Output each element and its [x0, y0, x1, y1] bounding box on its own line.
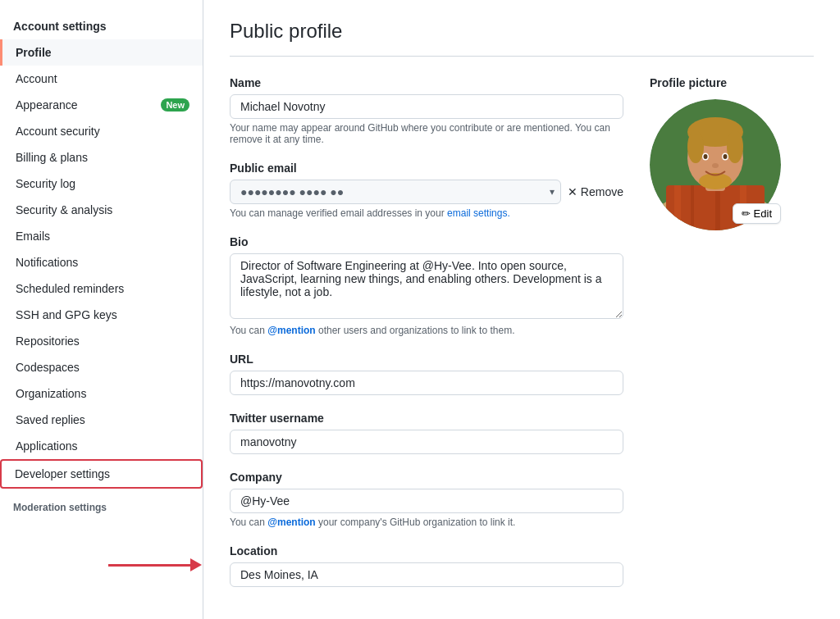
avatar-wrap: ✏ Edit — [650, 99, 781, 230]
remove-email-button[interactable]: ✕ Remove — [568, 185, 623, 198]
sidebar-item-profile[interactable]: Profile — [0, 39, 203, 66]
remove-label: Remove — [581, 185, 623, 198]
moderation-settings-header: Moderation settings — [0, 489, 203, 517]
svg-point-18 — [712, 163, 719, 168]
sidebar-item-codespaces[interactable]: Codespaces — [0, 354, 203, 380]
profile-picture-label: Profile picture — [650, 76, 814, 89]
svg-point-11 — [687, 130, 704, 163]
sidebar-item-label-security-log: Security log — [16, 177, 75, 190]
email-hint-text: You can manage verified email addresses … — [230, 207, 445, 219]
company-hint-mention: @mention — [267, 517, 315, 528]
sidebar-item-label-saved-replies: Saved replies — [16, 413, 85, 426]
sidebar-item-notifications[interactable]: Notifications — [0, 249, 203, 275]
sidebar-item-applications[interactable]: Applications — [0, 433, 203, 459]
sidebar-item-label-emails: Emails — [16, 230, 50, 243]
email-select[interactable]: ●●●●●●●● ●●●● ●● — [230, 180, 561, 204]
sidebar-item-billing[interactable]: Billing & plans — [0, 144, 203, 171]
company-hint-prefix: You can — [230, 517, 265, 528]
sidebar-item-organizations[interactable]: Organizations — [0, 380, 203, 407]
sidebar-item-label-scheduled-reminders: Scheduled reminders — [16, 282, 124, 295]
name-group: Name Your name may appear around GitHub … — [230, 76, 623, 145]
name-label: Name — [230, 76, 623, 89]
sidebar-item-ssh-gpg[interactable]: SSH and GPG keys — [0, 302, 203, 328]
sidebar-header: Account settings — [0, 13, 203, 39]
sidebar-item-label-profile: Profile — [16, 46, 52, 59]
sidebar-item-developer-settings[interactable]: Developer settings — [0, 459, 203, 489]
location-group: Location — [230, 544, 623, 587]
svg-rect-5 — [691, 185, 694, 230]
bio-hint: You can @mention other users and organiz… — [230, 325, 623, 336]
bio-hint-prefix: You can — [230, 325, 265, 336]
sidebar-item-label-organizations: Organizations — [16, 387, 86, 400]
sidebar-item-repositories[interactable]: Repositories — [0, 328, 203, 354]
company-hint-suffix: your company's GitHub organization to li… — [318, 517, 515, 528]
email-row: ●●●●●●●● ●●●● ●● ▾ ✕ Remove — [230, 180, 623, 204]
sidebar-item-label-codespaces: Codespaces — [16, 361, 80, 374]
svg-rect-4 — [674, 185, 681, 230]
sidebar: Account settings ProfileAccountAppearanc… — [0, 0, 203, 619]
edit-avatar-button[interactable]: ✏ Edit — [733, 203, 781, 224]
sidebar-item-scheduled-reminders[interactable]: Scheduled reminders — [0, 275, 203, 302]
company-group: Company You can @mention your company's … — [230, 471, 623, 528]
url-group: URL — [230, 353, 623, 395]
company-label: Company — [230, 471, 623, 484]
pencil-icon: ✏ — [742, 207, 751, 220]
email-select-wrap: ●●●●●●●● ●●●● ●● ▾ — [230, 180, 561, 204]
name-hint: Your name may appear around GitHub where… — [230, 122, 623, 145]
sidebar-item-security-analysis[interactable]: Security & analysis — [0, 197, 203, 223]
profile-picture-area: Profile picture — [650, 76, 814, 603]
page-title: Public profile — [230, 20, 814, 43]
svg-rect-6 — [715, 185, 720, 230]
sidebar-item-label-developer-settings: Developer settings — [15, 467, 110, 480]
svg-point-16 — [704, 154, 708, 159]
twitter-label: Twitter username — [230, 412, 623, 425]
sidebar-item-label-appearance: Appearance — [16, 98, 78, 112]
divider — [230, 56, 814, 57]
svg-point-17 — [724, 154, 728, 159]
sidebar-item-security-log[interactable]: Security log — [0, 171, 203, 197]
company-input[interactable] — [230, 489, 623, 513]
email-group: Public email ●●●●●●●● ●●●● ●● ▾ ✕ Remove — [230, 162, 623, 219]
url-input[interactable] — [230, 371, 623, 395]
bio-hint-suffix: other users and organizations to link to… — [318, 325, 514, 336]
url-label: URL — [230, 353, 623, 366]
email-settings-link[interactable]: email settings. — [447, 207, 510, 219]
twitter-input[interactable] — [230, 430, 623, 454]
email-hint: You can manage verified email addresses … — [230, 207, 623, 219]
svg-point-12 — [727, 130, 743, 163]
sidebar-item-label-account: Account — [16, 72, 57, 85]
location-label: Location — [230, 544, 623, 558]
sidebar-item-saved-replies[interactable]: Saved replies — [0, 407, 203, 433]
twitter-group: Twitter username — [230, 412, 623, 454]
sidebar-item-label-billing: Billing & plans — [16, 151, 88, 164]
form-area: Name Your name may appear around GitHub … — [230, 76, 623, 603]
sidebar-item-label-account-security: Account security — [16, 125, 100, 138]
sidebar-item-account-security[interactable]: Account security — [0, 118, 203, 144]
bio-input[interactable]: Director of Software Engineering at @Hy-… — [230, 253, 623, 319]
sidebar-item-emails[interactable]: Emails — [0, 223, 203, 249]
edit-label: Edit — [754, 207, 772, 220]
email-label: Public email — [230, 162, 623, 175]
bio-group: Bio Director of Software Engineering at … — [230, 235, 623, 336]
x-icon: ✕ — [568, 185, 578, 198]
sidebar-item-label-notifications: Notifications — [16, 256, 78, 269]
sidebar-item-appearance[interactable]: AppearanceNew — [0, 92, 203, 118]
company-hint: You can @mention your company's GitHub o… — [230, 517, 623, 528]
sidebar-item-label-repositories: Repositories — [16, 335, 80, 348]
badge-new-appearance: New — [161, 98, 189, 112]
name-input[interactable] — [230, 94, 623, 119]
sidebar-item-account[interactable]: Account — [0, 66, 203, 92]
main-content: Public profile Name Your name may appear… — [203, 0, 840, 619]
bio-label: Bio — [230, 235, 623, 248]
location-input[interactable] — [230, 562, 623, 587]
sidebar-item-label-applications: Applications — [16, 439, 78, 453]
bio-hint-mention: @mention — [267, 325, 315, 336]
sidebar-item-label-security-analysis: Security & analysis — [16, 203, 112, 216]
sidebar-item-label-ssh-gpg: SSH and GPG keys — [16, 308, 117, 321]
